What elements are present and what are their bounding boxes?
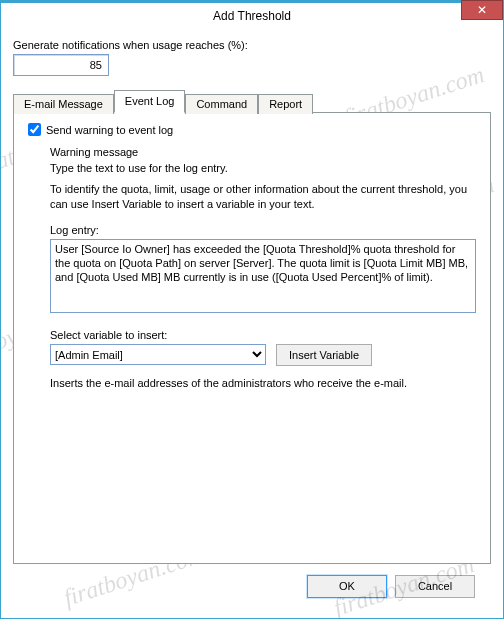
warning-message-help: To identify the quota, limit, usage or o… (50, 182, 476, 212)
window-title: Add Threshold (213, 9, 291, 23)
dialog-footer: OK Cancel (13, 564, 491, 608)
send-warning-checkbox[interactable] (28, 123, 41, 136)
warning-message-title: Warning message (50, 146, 476, 158)
ok-button[interactable]: OK (307, 575, 387, 598)
log-entry-label: Log entry: (50, 224, 476, 236)
cancel-button[interactable]: Cancel (395, 575, 475, 598)
close-button[interactable]: ✕ (461, 0, 503, 20)
client-area: Generate notifications when usage reache… (1, 29, 503, 618)
close-icon: ✕ (477, 3, 487, 17)
tab-email[interactable]: E-mail Message (13, 94, 114, 114)
titlebar: Add Threshold ✕ (1, 3, 503, 29)
send-warning-label: Send warning to event log (46, 124, 173, 136)
select-variable-row: [Admin Email] Insert Variable (50, 344, 476, 366)
variable-select[interactable]: [Admin Email] (50, 344, 266, 365)
generate-label: Generate notifications when usage reache… (13, 39, 491, 51)
tab-report[interactable]: Report (258, 94, 313, 114)
tab-strip: E-mail Message Event Log Command Report (13, 90, 491, 113)
log-entry-textarea[interactable] (50, 239, 476, 313)
dialog-window: Add Threshold ✕ Generate notifications w… (0, 0, 504, 619)
tab-panel-event-log: Send warning to event log Warning messag… (13, 112, 491, 564)
select-variable-label: Select variable to insert: (50, 329, 476, 341)
send-warning-row[interactable]: Send warning to event log (28, 123, 476, 136)
tab-command[interactable]: Command (185, 94, 258, 114)
insert-variable-help: Inserts the e-mail addresses of the admi… (50, 376, 476, 391)
tab-event-log[interactable]: Event Log (114, 90, 186, 113)
warning-message-desc: Type the text to use for the log entry. (50, 162, 476, 174)
warning-section: Warning message Type the text to use for… (50, 146, 476, 391)
insert-variable-button[interactable]: Insert Variable (276, 344, 372, 366)
threshold-percent-input[interactable] (13, 54, 109, 76)
